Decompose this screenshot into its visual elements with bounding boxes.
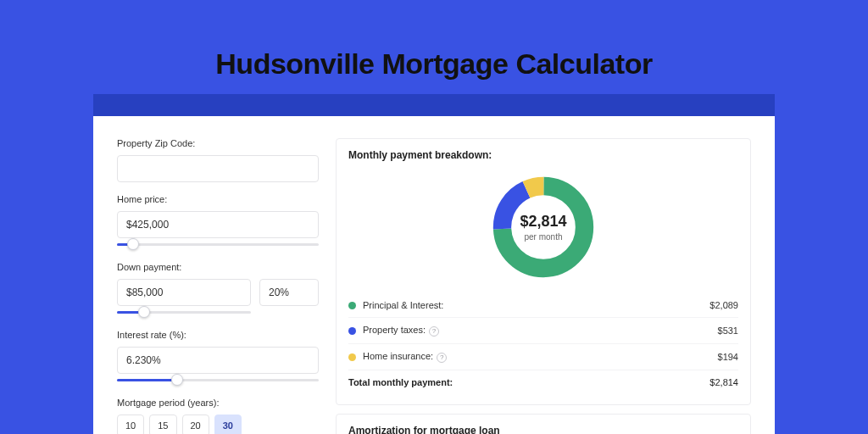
- down-payment-input[interactable]: [117, 279, 251, 306]
- interest-input[interactable]: [117, 347, 319, 374]
- zip-label: Property Zip Code:: [117, 138, 319, 148]
- slider-thumb[interactable]: [171, 374, 183, 386]
- interest-slider[interactable]: [117, 376, 319, 386]
- period-pill-15[interactable]: 15: [149, 415, 176, 434]
- zip-input[interactable]: [117, 155, 319, 182]
- home-price-label: Home price:: [117, 194, 319, 204]
- donut-sub: per month: [524, 232, 562, 242]
- down-payment-group: Down payment:: [117, 262, 319, 318]
- breakdown-panel: Monthly payment breakdown: $2,814 per mo…: [336, 138, 751, 405]
- home-price-group: Home price:: [117, 194, 319, 250]
- slider-thumb[interactable]: [138, 306, 150, 318]
- total-row: Total monthly payment: $2,814: [348, 370, 738, 394]
- header-strip: [93, 94, 775, 116]
- total-value: $2,814: [709, 377, 738, 387]
- interest-label: Interest rate (%):: [117, 330, 319, 340]
- interest-group: Interest rate (%):: [117, 330, 319, 386]
- legend-row: Principal & Interest:$2,089: [348, 293, 738, 317]
- legend-label: Principal & Interest:: [363, 300, 709, 310]
- down-payment-label: Down payment:: [117, 262, 319, 272]
- legend-row: Home insurance:?$194: [348, 343, 738, 370]
- legend-row: Property taxes:?$531: [348, 317, 738, 343]
- home-price-input[interactable]: [117, 211, 319, 238]
- total-label: Total monthly payment:: [348, 377, 709, 387]
- results-column: Monthly payment breakdown: $2,814 per mo…: [336, 138, 751, 434]
- calculator-card: Property Zip Code: Home price: Down paym…: [93, 116, 775, 434]
- legend-dot: [348, 353, 356, 361]
- inputs-column: Property Zip Code: Home price: Down paym…: [117, 138, 319, 434]
- down-payment-pct-input[interactable]: [259, 279, 319, 306]
- legend-label: Home insurance:?: [363, 351, 718, 363]
- period-group: Mortgage period (years): 10152030: [117, 398, 319, 434]
- period-pill-20[interactable]: 20: [182, 415, 209, 434]
- zip-group: Property Zip Code:: [117, 138, 319, 182]
- donut-amount: $2,814: [520, 213, 566, 231]
- period-pills: 10152030: [117, 415, 319, 434]
- period-pill-30[interactable]: 30: [214, 415, 242, 434]
- breakdown-title: Monthly payment breakdown:: [348, 149, 738, 161]
- down-payment-slider[interactable]: [117, 308, 251, 318]
- legend-value: $194: [718, 352, 738, 362]
- slider-thumb[interactable]: [127, 238, 139, 250]
- home-price-slider[interactable]: [117, 240, 319, 250]
- page-title: Hudsonville Mortgage Calculator: [0, 47, 868, 81]
- info-icon[interactable]: ?: [437, 353, 447, 363]
- period-pill-10[interactable]: 10: [117, 415, 144, 434]
- legend: Principal & Interest:$2,089Property taxe…: [348, 293, 738, 370]
- legend-label: Property taxes:?: [363, 325, 718, 337]
- period-label: Mortgage period (years):: [117, 398, 319, 408]
- legend-dot: [348, 327, 356, 335]
- amort-title: Amortization for mortgage loan: [348, 425, 738, 434]
- amortization-panel: Amortization for mortgage loan Amortizat…: [336, 414, 751, 434]
- donut-chart: $2,814 per month: [348, 168, 738, 293]
- legend-value: $2,089: [709, 300, 738, 310]
- legend-dot: [348, 302, 356, 309]
- legend-value: $531: [718, 326, 738, 336]
- info-icon[interactable]: ?: [429, 326, 439, 337]
